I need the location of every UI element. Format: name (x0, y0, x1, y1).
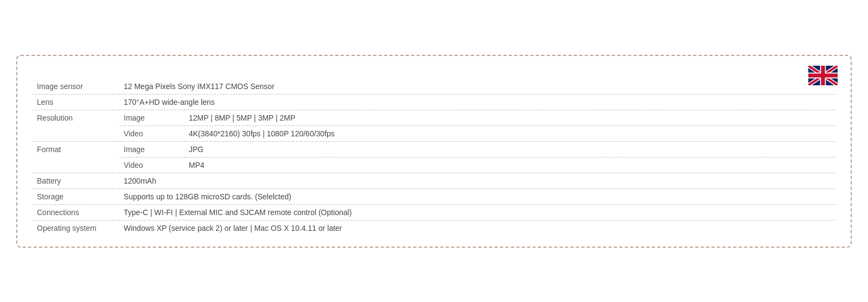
row-value: 12 Mega Pixels Sony IMX117 CMOS Sensor (119, 79, 835, 95)
spec-container: Image sensor12 Mega Pixels Sony IMX117 C… (16, 55, 852, 248)
sub-label: Video (119, 125, 184, 141)
table-row: ConnectionsType-C | WI-FI | External MIC… (33, 204, 835, 220)
row-label: Storage (33, 188, 119, 204)
row-label: Battery (33, 173, 119, 188)
row-label: Resolution (33, 110, 119, 141)
row-label: Image sensor (33, 79, 119, 95)
table-row: FormatImageJPG (33, 141, 835, 157)
table-row: VideoMP4 (33, 157, 835, 173)
row-label: Operating system (33, 220, 119, 236)
sub-value: 12MP | 8MP | 5MP | 3MP | 2MP (184, 110, 835, 125)
sub-label: Image (119, 141, 184, 157)
sub-value: 4K(3840*2160) 30fps | 1080P 120/60/30fps (184, 125, 835, 141)
sub-label: Image (119, 110, 184, 125)
table-row: Image sensor12 Mega Pixels Sony IMX117 C… (33, 79, 835, 95)
spec-table: Image sensor12 Mega Pixels Sony IMX117 C… (33, 79, 835, 236)
table-row: Operating systemWindows XP (service pack… (33, 220, 835, 236)
sub-label: Video (119, 157, 184, 173)
table-row: ResolutionImage12MP | 8MP | 5MP | 3MP | … (33, 110, 835, 125)
uk-flag-icon (808, 66, 838, 85)
svg-rect-8 (821, 66, 825, 85)
sub-value: MP4 (184, 157, 835, 173)
table-row: Video4K(3840*2160) 30fps | 1080P 120/60/… (33, 125, 835, 141)
row-value: Windows XP (service pack 2) or later | M… (119, 220, 835, 236)
sub-value: JPG (184, 141, 835, 157)
row-label: Lens (33, 94, 119, 110)
row-value: Type-C | WI-FI | External MIC and SJCAM … (119, 204, 835, 220)
row-label: Connections (33, 204, 119, 220)
table-row: StorageSupports up to 128GB microSD card… (33, 188, 835, 204)
table-row: Battery1200mAh (33, 173, 835, 188)
table-row: Lens170°A+HD wide-angle lens (33, 94, 835, 110)
row-value: 1200mAh (119, 173, 835, 188)
row-label: Format (33, 141, 119, 173)
row-value: 170°A+HD wide-angle lens (119, 94, 835, 110)
row-value: Supports up to 128GB microSD cards. (Sel… (119, 188, 835, 204)
